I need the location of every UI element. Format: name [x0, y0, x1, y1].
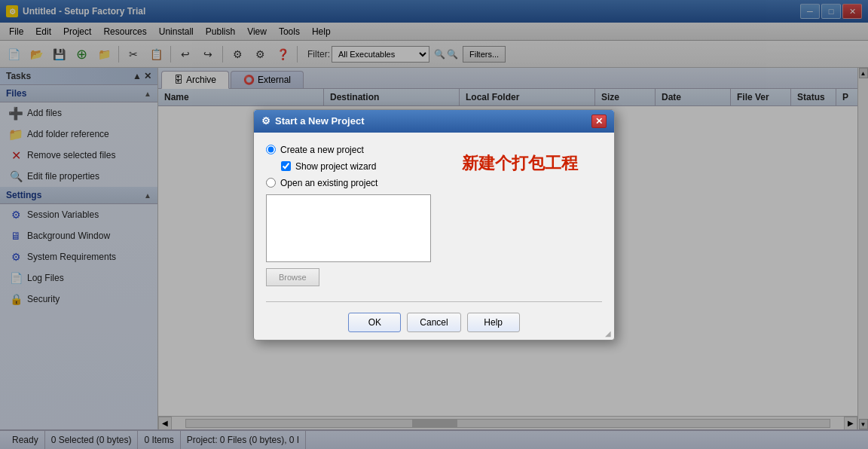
ok-button[interactable]: OK: [348, 313, 401, 332]
chinese-annotation: 新建个打包工程: [462, 152, 578, 175]
wizard-checkbox[interactable]: [281, 161, 291, 171]
dialog-footer: OK Cancel Help: [254, 305, 614, 340]
project-options-group: Create a new project Show project wizard…: [266, 145, 431, 188]
radio-open-input[interactable]: [266, 178, 276, 188]
dialog-title-icon: ⚙: [261, 115, 270, 127]
dialog-title-text: Start a New Project: [275, 115, 365, 127]
modal-overlay: ⚙ Start a New Project ✕ Create a new pro…: [0, 0, 868, 449]
wizard-label: Show project wizard: [295, 161, 376, 172]
dialog-separator: [266, 301, 602, 302]
radio-open-project[interactable]: Open an existing project: [266, 178, 431, 188]
radio-new-input[interactable]: [266, 145, 276, 154]
radio-new-label: Create a new project: [280, 145, 364, 155]
project-list[interactable]: [266, 194, 431, 262]
resize-handle[interactable]: ◢: [604, 329, 613, 338]
checkbox-wizard-row[interactable]: Show project wizard: [266, 161, 431, 172]
dialog-options: Create a new project Show project wizard…: [266, 145, 431, 286]
dialog-body: Create a new project Show project wizard…: [254, 133, 614, 298]
radio-open-label: Open an existing project: [280, 178, 377, 188]
browse-button[interactable]: Browse: [266, 268, 319, 286]
dialog-chinese-text-area: 新建个打包工程: [437, 145, 602, 286]
dialog-close-button[interactable]: ✕: [591, 115, 607, 128]
dialog-title-bar: ⚙ Start a New Project ✕: [254, 110, 614, 133]
dialog-start-new-project: ⚙ Start a New Project ✕ Create a new pro…: [253, 109, 615, 341]
help-button[interactable]: Help: [467, 313, 520, 332]
cancel-button[interactable]: Cancel: [407, 313, 460, 332]
radio-new-project[interactable]: Create a new project: [266, 145, 431, 155]
